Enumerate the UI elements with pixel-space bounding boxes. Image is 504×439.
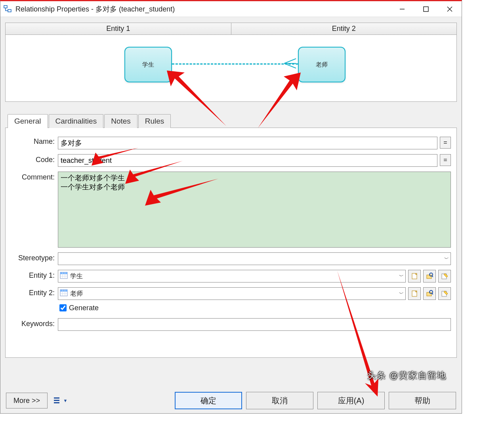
tab-general[interactable]: General (8, 114, 48, 128)
code-input[interactable] (58, 154, 437, 167)
svg-rect-30 (54, 400, 59, 401)
chevron-down-icon: ﹀ (399, 290, 404, 297)
tab-strip: General Cardinalities Notes Rules (5, 114, 457, 128)
svg-rect-15 (427, 275, 431, 279)
tab-body-general: Name: = Code: = Comment: 一个老师对多个学生 一个学生对… (5, 128, 457, 358)
preview-header-entity2: Entity 2 (231, 23, 457, 35)
dialog-window: Relationship Properties - 多对多 (teacher_s… (0, 0, 462, 414)
keywords-label: Keywords: (11, 318, 58, 328)
entity1-properties-button[interactable] (438, 270, 451, 282)
titlebar: Relationship Properties - 多对多 (teacher_s… (0, 1, 462, 17)
name-sync-button[interactable]: = (440, 137, 451, 149)
entity1-label: Entity 1: (11, 270, 58, 280)
close-button[interactable] (438, 1, 462, 17)
preview-entity2-box[interactable]: 老师 (298, 47, 346, 82)
svg-line-27 (432, 293, 433, 294)
entity-icon (60, 272, 68, 281)
maximize-button[interactable] (414, 1, 438, 17)
entity1-new-button[interactable] (408, 270, 421, 282)
dialog-button-bar: More >> ▼ 确定 取消 应用(A) 帮助 (0, 392, 462, 409)
properties-menu-button[interactable]: ▼ (52, 393, 68, 408)
comment-label: Comment: (11, 172, 58, 181)
apply-button[interactable]: 应用(A) (317, 392, 385, 409)
relationship-preview: Entity 1 Entity 2 学生 老师 (5, 23, 457, 102)
svg-rect-0 (4, 6, 7, 8)
window-controls (390, 1, 462, 17)
name-input[interactable] (58, 137, 437, 149)
chevron-down-icon: ▼ (63, 398, 68, 403)
ok-button[interactable]: 确定 (175, 392, 242, 409)
entity2-label: Entity 2: (11, 287, 58, 297)
svg-rect-25 (427, 292, 431, 296)
tab-cardinalities[interactable]: Cardinalities (49, 114, 104, 128)
entity-icon (60, 289, 68, 298)
svg-line-17 (432, 276, 433, 277)
keywords-input[interactable] (58, 318, 451, 331)
preview-entity1-box[interactable]: 学生 (124, 47, 172, 82)
name-label: Name: (11, 137, 58, 146)
entity1-browse-button[interactable] (423, 270, 436, 282)
tab-notes[interactable]: Notes (104, 114, 137, 128)
tab-rules[interactable]: Rules (138, 114, 171, 128)
code-label: Code: (11, 154, 58, 164)
generate-label: Generate (69, 304, 99, 312)
entity2-value: 老师 (70, 290, 83, 298)
relationship-line (172, 63, 298, 65)
stereotype-combo[interactable]: ﹀ (58, 252, 451, 265)
chevron-down-icon: ﹀ (444, 256, 449, 262)
stereotype-label: Stereotype: (11, 252, 58, 262)
entity2-new-button[interactable] (408, 287, 421, 300)
comment-textarea[interactable]: 一个老师对多个学生 一个学生对多个老师 (58, 172, 451, 248)
app-icon (3, 4, 12, 14)
svg-rect-10 (60, 272, 67, 274)
generate-checkbox[interactable] (59, 304, 67, 311)
entity2-combo[interactable]: 老师 ﹀ (58, 287, 406, 300)
svg-line-6 (284, 59, 296, 63)
tabs-container: General Cardinalities Notes Rules Name: … (5, 114, 457, 358)
entity2-properties-button[interactable] (438, 287, 451, 300)
chevron-down-icon: ﹀ (399, 273, 404, 280)
minimize-button[interactable] (390, 1, 414, 17)
svg-rect-29 (54, 397, 59, 399)
watermark-text: 头条 @黄家自留地 (367, 370, 447, 382)
more-button[interactable]: More >> (6, 393, 48, 408)
code-sync-button[interactable]: = (440, 154, 451, 166)
entity1-value: 学生 (70, 272, 83, 281)
svg-rect-31 (54, 402, 59, 403)
entity1-combo[interactable]: 学生 ﹀ (58, 270, 406, 282)
preview-header-entity1: Entity 1 (6, 23, 231, 35)
svg-rect-20 (60, 290, 67, 292)
help-button[interactable]: 帮助 (389, 392, 456, 409)
svg-line-8 (284, 63, 296, 68)
window-title: Relationship Properties - 多对多 (teacher_s… (15, 4, 175, 14)
svg-rect-1 (8, 10, 11, 12)
entity2-browse-button[interactable] (423, 287, 436, 300)
cancel-button[interactable]: 取消 (246, 392, 313, 409)
svg-rect-3 (424, 7, 428, 11)
